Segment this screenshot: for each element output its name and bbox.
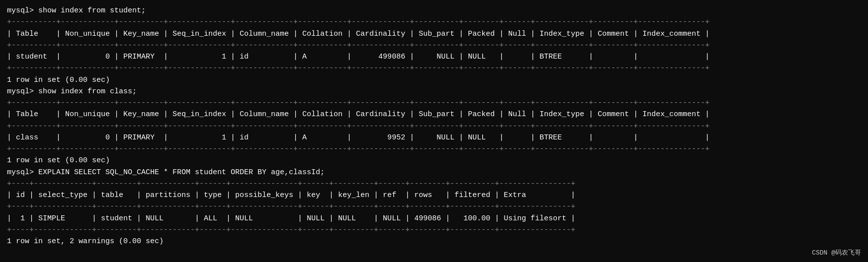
terminal-line-sep3b: +----+-------------+---------+----------… xyxy=(7,201,861,212)
terminal-line-sep2c: +----------+------------+----------+----… xyxy=(7,143,861,155)
terminal-line-row2: | class | 0 | PRIMARY | 1 | id | A | 995… xyxy=(7,132,861,143)
terminal-line-sep1b: +----------+------------+----------+----… xyxy=(7,40,861,51)
terminal-line-cmd3: mysql> EXPLAIN SELECT SQL_NO_CACHE * FRO… xyxy=(7,167,861,178)
terminal-window: mysql> show index from student;+--------… xyxy=(7,5,861,247)
terminal-line-hdr3: | id | select_type | table | partitions … xyxy=(7,190,861,201)
terminal-line-sep2a: +----------+------------+----------+----… xyxy=(7,97,861,109)
terminal-line-sep1a: +----------+------------+----------+----… xyxy=(7,16,861,28)
terminal-line-sep1c: +----------+------------+----------+----… xyxy=(7,63,861,74)
terminal-line-cmd2: mysql> show index from class; xyxy=(7,86,861,97)
terminal-line-hdr1: | Table | Non_unique | Key_name | Seq_in… xyxy=(7,28,861,40)
terminal-line-cmd1: mysql> show index from student; xyxy=(7,5,861,16)
terminal-line-hdr2: | Table | Non_unique | Key_name | Seq_in… xyxy=(7,109,861,120)
terminal-line-row3: | 1 | SIMPLE | student | NULL | ALL | NU… xyxy=(7,213,861,224)
terminal-line-sep3c: +----+-------------+---------+----------… xyxy=(7,224,861,236)
terminal-line-row1: | student | 0 | PRIMARY | 1 | id | A | 4… xyxy=(7,51,861,63)
terminal-line-res1: 1 row in set (0.00 sec) xyxy=(7,74,861,86)
terminal-line-sep2b: +----------+------------+----------+----… xyxy=(7,121,861,132)
terminal-line-res3: 1 row in set, 2 warnings (0.00 sec) xyxy=(7,236,861,247)
watermark: CSDN @码农飞哥 xyxy=(812,248,861,258)
terminal-line-sep3a: +----+-------------+---------+----------… xyxy=(7,178,861,190)
terminal-line-res2: 1 row in set (0.00 sec) xyxy=(7,155,861,166)
